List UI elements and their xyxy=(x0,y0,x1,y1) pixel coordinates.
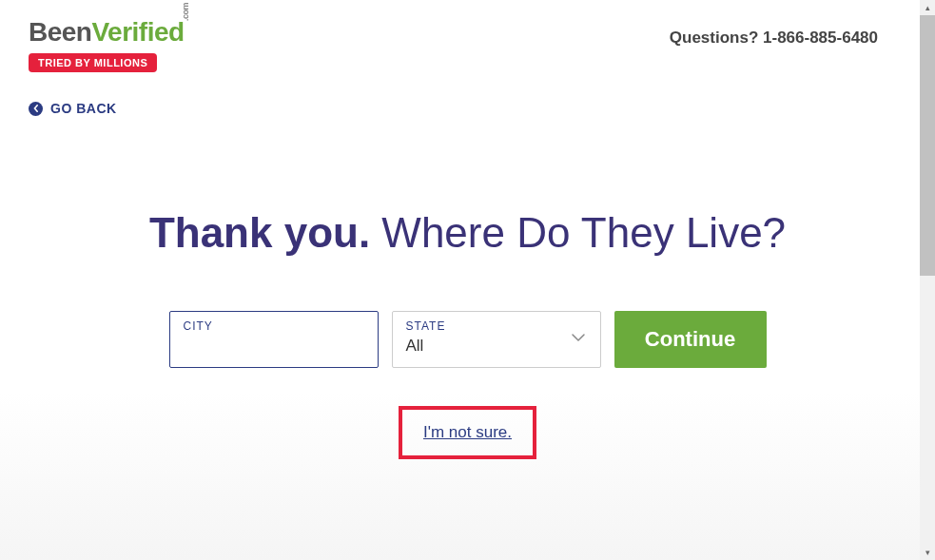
logo-text-been: Been xyxy=(29,17,91,47)
not-sure-highlight-box: I'm not sure. xyxy=(399,406,536,459)
logo-area: BeenVerified.com TRIED BY MILLIONS xyxy=(29,19,185,72)
city-input[interactable] xyxy=(184,337,364,356)
logo-text-com: .com xyxy=(182,3,190,21)
not-sure-link[interactable]: I'm not sure. xyxy=(423,423,512,441)
continue-button[interactable]: Continue xyxy=(614,311,767,368)
logo[interactable]: BeenVerified.com xyxy=(29,19,185,46)
state-select[interactable]: STATE All xyxy=(392,311,601,368)
city-field-container[interactable]: CITY xyxy=(169,311,379,368)
logo-text-verified: Verified xyxy=(91,17,184,47)
go-back-button[interactable]: GO BACK xyxy=(29,101,117,116)
tried-by-millions-badge: TRIED BY MILLIONS xyxy=(29,53,157,72)
location-form: CITY STATE All Continue xyxy=(0,311,935,368)
chevron-left-icon xyxy=(29,102,43,116)
state-label: STATE xyxy=(406,319,587,333)
scrollbar-thumb[interactable] xyxy=(920,0,935,276)
heading-bold: Thank you. xyxy=(149,209,370,256)
state-selected-value: All xyxy=(406,337,587,356)
go-back-label: GO BACK xyxy=(50,101,117,116)
scroll-up-arrow[interactable]: ▴ xyxy=(920,0,935,15)
chevron-down-icon xyxy=(570,329,587,350)
city-label: CITY xyxy=(184,319,364,333)
page-heading: Thank you. Where Do They Live? xyxy=(135,206,801,259)
scroll-down-arrow[interactable]: ▾ xyxy=(920,545,935,560)
heading-rest: Where Do They Live? xyxy=(370,209,786,256)
questions-phone: Questions? 1-866-885-6480 xyxy=(670,29,878,48)
